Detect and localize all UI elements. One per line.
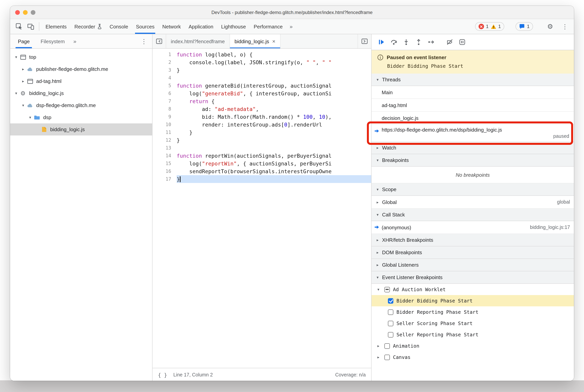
line-number[interactable]: 6 [152,90,177,97]
line-number[interactable]: 8 [152,105,177,113]
thread-item-decision-logic[interactable]: decision_logic.js [372,112,574,124]
section-header-dom-breakpoints[interactable]: DOM Breakpoints [372,246,574,259]
chevron-down-icon[interactable] [375,287,381,292]
checkbox-unchecked[interactable] [384,343,390,348]
section-header-breakpoints[interactable]: Breakpoints [372,154,574,166]
tree-item-publisher-origin[interactable]: publisher-fledge-demo.glitch.me [10,63,152,75]
line-number[interactable]: 3 [152,66,177,74]
navigator-menu-button[interactable] [138,34,150,48]
checkbox-unchecked[interactable] [388,332,393,337]
code-line[interactable]: 15 log("reportWin", { auctionSignals, pe… [152,160,371,168]
code-line[interactable]: 17} [152,175,371,183]
code-line[interactable]: 1function log(label, o) { [152,50,371,58]
thread-item-bidding-logic-active[interactable]: https://dsp-fledge-demo.glitch.me/dsp/bi… [372,124,574,142]
chevron-right-icon[interactable] [20,67,26,71]
code-line[interactable]: 10 render: interestGroup.ads[0].renderUr… [152,121,371,128]
line-number[interactable]: 17 [152,175,177,183]
tree-item-top[interactable]: top [10,51,152,63]
thread-item-main[interactable]: Main [372,86,574,99]
checkbox-indeterminate[interactable] [384,287,390,292]
line-number[interactable]: 11 [152,128,177,136]
chevron-down-icon[interactable] [27,115,33,120]
elb-event-bidder-reporting-phase-start[interactable]: Bidder Reporting Phase Start [372,306,574,318]
checkbox-unchecked[interactable] [384,354,390,360]
chevron-down-icon[interactable] [20,103,26,108]
section-header-scope[interactable]: Scope [372,183,574,196]
line-number[interactable]: 7 [152,97,177,105]
chevron-right-icon[interactable] [375,200,381,204]
checkbox-unchecked[interactable] [388,309,393,315]
tab-elements[interactable]: Elements [42,19,70,34]
line-number[interactable]: 1 [152,50,177,58]
more-navigator-tabs-button[interactable]: » [70,34,79,48]
code-line[interactable]: 12} [152,136,371,144]
step-button[interactable] [425,36,437,48]
toggle-debugger-button[interactable] [358,34,371,48]
code-line[interactable]: 3} [152,66,371,74]
minimize-button[interactable] [23,10,28,14]
settings-gear-button[interactable] [544,22,556,30]
checkbox-checked[interactable] [388,298,393,304]
code-line[interactable]: 2 console.log(label, JSON.stringify(o, "… [152,58,371,66]
resume-button[interactable] [375,36,387,48]
deactivate-breakpoints-button[interactable] [444,36,455,48]
tab-application[interactable]: Application [185,19,217,34]
code-line[interactable]: 9 bid: Math.floor(Math.random() * 100, 1… [152,113,371,121]
section-header-threads[interactable]: Threads [372,74,574,86]
code-line[interactable]: 14function reportWin(auctionSignals, per… [152,152,371,160]
chevron-right-icon[interactable] [375,344,381,348]
tab-lighthouse[interactable]: Lighthouse [217,19,250,34]
issues-badge[interactable]: 1 [516,22,533,31]
frame-location[interactable]: bidding_logic.js:17 [530,224,570,230]
checkbox-unchecked[interactable] [388,320,393,326]
code-line[interactable]: 13 [152,144,371,152]
line-number[interactable]: 15 [152,160,177,168]
tree-item-dsp-folder[interactable]: dsp [10,111,152,124]
line-number[interactable]: 10 [152,121,177,128]
section-header-xhr-breakpoints[interactable]: XHR/fetch Breakpoints [372,234,574,246]
chevron-right-icon[interactable] [375,355,381,359]
tree-item-worklet[interactable]: bidding_logic.js [10,87,152,99]
tab-network[interactable]: Network [158,19,185,34]
scope-global-row[interactable]: Global global [372,196,574,209]
tree-item-ad-tag[interactable]: ad-tag.html [10,75,152,87]
thread-item-ad-tag[interactable]: ad-tag.html [372,99,574,112]
line-number[interactable]: 4 [152,74,177,82]
elb-event-seller-scoring-phase-start[interactable]: Seller Scoring Phase Start [372,318,574,329]
zoom-button[interactable] [31,10,35,14]
section-header-global-listeners[interactable]: Global Listeners [372,259,574,271]
tab-recorder[interactable]: Recorder [70,19,106,34]
tree-item-dsp-origin[interactable]: dsp-fledge-demo.glitch.me [10,99,152,111]
line-number[interactable]: 12 [152,136,177,144]
elb-category-animation[interactable]: Animation [372,340,574,352]
tab-sources[interactable]: Sources [132,19,158,34]
console-summary-badge[interactable]: 1 1 [475,22,505,31]
editor-tab-bidding-logic[interactable]: bidding_logic.js × [230,34,281,48]
chevron-down-icon[interactable] [13,55,19,59]
line-number[interactable]: 14 [152,152,177,160]
elb-event-seller-reporting-phase-start[interactable]: Seller Reporting Phase Start [372,329,574,340]
line-number[interactable]: 2 [152,58,177,66]
tab-performance[interactable]: Performance [250,19,287,34]
pause-on-exceptions-button[interactable] [456,36,468,48]
code-line[interactable]: 16 sendReportTo(browserSignals.interestG… [152,168,371,175]
editor-tab-index-html[interactable]: index.html?fencedframe [166,34,230,48]
device-toolbar-button[interactable] [25,19,36,34]
code-area[interactable]: 1function log(label, o) {2 console.log(l… [152,49,371,368]
inspect-element-button[interactable] [13,19,25,34]
step-over-button[interactable] [388,36,399,48]
line-number[interactable]: 16 [152,168,177,175]
tab-page[interactable]: Page [12,34,35,48]
call-stack-frame[interactable]: (anonymous) bidding_logic.js:17 [372,221,574,234]
elb-event-bidder-bidding-phase-start[interactable]: Bidder Bidding Phase Start [372,295,574,306]
chevron-right-icon[interactable] [20,79,26,83]
elb-category-ad-auction-worklet[interactable]: Ad Auction Worklet [372,284,574,295]
section-header-call-stack[interactable]: Call Stack [372,209,574,221]
close-button[interactable] [15,10,20,14]
section-header-watch[interactable]: Watch [372,142,574,154]
chevron-down-icon[interactable] [13,91,19,95]
pretty-print-button[interactable]: { } [158,372,167,378]
tree-item-bidding-logic-file[interactable]: bidding_logic.js [10,124,152,136]
main-menu-button[interactable] [559,23,571,30]
code-line[interactable]: 5function generateBid(interestGroup, auc… [152,82,371,90]
